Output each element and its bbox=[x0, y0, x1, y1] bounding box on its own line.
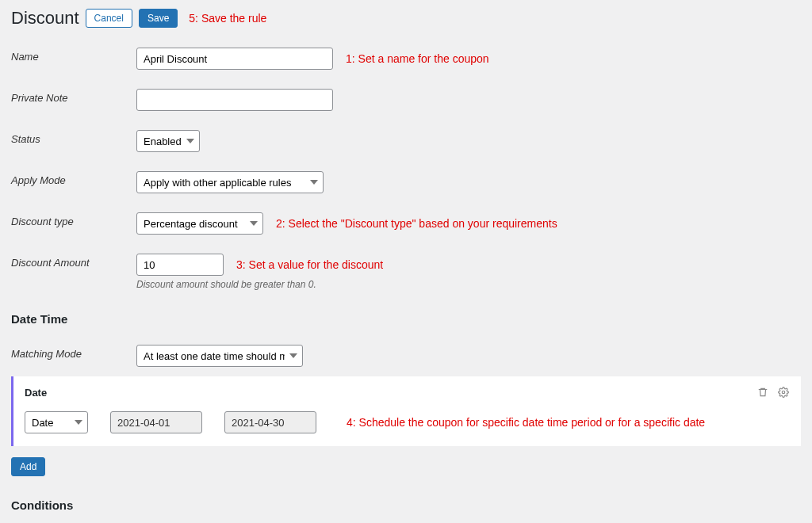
datetime-matching-mode-label: Matching Mode bbox=[11, 345, 136, 360]
datetime-add-button[interactable]: Add bbox=[11, 457, 45, 476]
discount-amount-input[interactable] bbox=[136, 254, 224, 276]
date-to-input[interactable] bbox=[224, 411, 316, 433]
datetime-matching-mode-select[interactable]: At least one date time should match bbox=[136, 345, 303, 367]
discount-type-label: Discount type bbox=[11, 212, 136, 227]
discount-amount-label: Discount Amount bbox=[11, 254, 136, 269]
conditions-section-title: Conditions bbox=[11, 498, 801, 512]
name-input[interactable] bbox=[136, 48, 333, 70]
trash-icon[interactable] bbox=[756, 386, 769, 399]
annotation-discount-amount: 3: Set a value for the discount bbox=[236, 258, 383, 271]
apply-mode-select[interactable]: Apply with other applicable rules bbox=[136, 171, 324, 193]
status-select[interactable]: Enabled bbox=[136, 130, 200, 152]
cancel-button[interactable]: Cancel bbox=[86, 9, 132, 28]
name-label: Name bbox=[11, 48, 136, 63]
date-card-title: Date bbox=[25, 387, 47, 399]
date-type-select[interactable]: Date bbox=[25, 411, 88, 433]
status-label: Status bbox=[11, 130, 136, 145]
page-title: Discount bbox=[11, 8, 79, 29]
date-card: Date Date 4: Schedule the coupon for spe… bbox=[11, 376, 801, 446]
discount-amount-hint: Discount amount should be greater than 0… bbox=[136, 279, 383, 290]
discount-type-select[interactable]: Percentage discount bbox=[136, 212, 263, 235]
apply-mode-label: Apply Mode bbox=[11, 171, 136, 186]
date-from-input[interactable] bbox=[110, 411, 202, 433]
datetime-section-title: Date Time bbox=[11, 312, 801, 326]
save-button[interactable]: Save bbox=[139, 9, 178, 28]
private-note-input[interactable] bbox=[136, 89, 333, 111]
annotation-schedule: 4: Schedule the coupon for specific date… bbox=[347, 416, 705, 429]
svg-point-0 bbox=[782, 391, 785, 394]
private-note-label: Private Note bbox=[11, 89, 136, 104]
gear-icon[interactable] bbox=[777, 386, 790, 399]
annotation-save: 5: Save the rule bbox=[189, 12, 266, 25]
annotation-discount-type: 2: Select the "Discount type" based on y… bbox=[276, 217, 557, 230]
annotation-name: 1: Set a name for the coupon bbox=[346, 52, 489, 65]
